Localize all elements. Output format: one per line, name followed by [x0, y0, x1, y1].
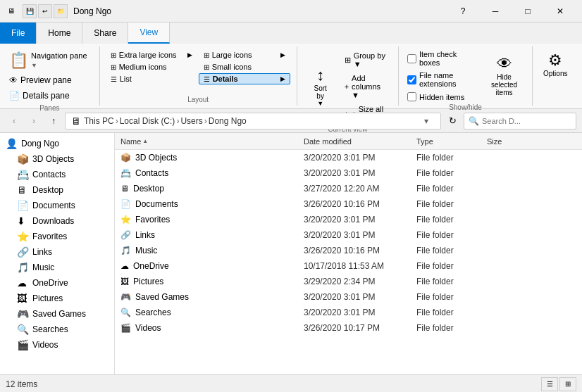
file-name: Pictures — [133, 277, 163, 286]
layout-list[interactable]: ☰ List — [106, 73, 197, 84]
layout-medium[interactable]: ⊞ Medium icons — [106, 61, 197, 72]
details-label: Details — [213, 75, 238, 83]
file-name: Favorites — [135, 215, 170, 225]
file-date: 10/17/2018 11:53 AM — [304, 261, 416, 271]
table-row[interactable]: 🖼 Pictures 3/29/2020 2:34 PM File folder — [115, 274, 582, 289]
sidebar-item-desktop[interactable]: 🖥 Desktop — [0, 182, 114, 198]
qa-btn-2[interactable]: ↩ — [38, 4, 52, 18]
add-col-icon: + — [345, 82, 349, 91]
search-bar[interactable]: 🔍 — [464, 113, 576, 129]
col-header-type[interactable]: Type — [416, 137, 487, 146]
table-row[interactable]: ⭐ Favorites 3/20/2020 3:01 PM File folde… — [115, 212, 582, 227]
refresh-button[interactable]: ↻ — [444, 113, 461, 129]
help-button[interactable]: ? — [447, 0, 479, 23]
close-button[interactable]: ✕ — [544, 0, 576, 23]
navigation-pane-button[interactable]: 📋 Navigation pane ▼ — [6, 49, 91, 72]
up-button[interactable]: ↑ — [45, 113, 62, 129]
options-button[interactable]: ⚙ Options — [538, 49, 572, 80]
hidden-items-checkbox[interactable] — [407, 92, 416, 101]
file-name-extensions-option[interactable]: File name extensions — [404, 70, 478, 89]
show-hide-group: Item check boxes File name extensions Hi… — [399, 46, 533, 106]
options-label: Options — [543, 70, 567, 77]
sidebar-item-downloads[interactable]: ⬇ Downloads — [0, 213, 114, 229]
table-row[interactable]: 🎮 Saved Games 3/20/2020 3:01 PM File fol… — [115, 289, 582, 305]
breadcrumb-dong-ngo[interactable]: Dong Ngo — [209, 116, 247, 126]
details-dropdown: ▶ — [280, 75, 285, 82]
hide-selected-button[interactable]: 👁 Hide selecteditems — [482, 53, 526, 99]
item-checkboxes-option[interactable]: Item check boxes — [404, 49, 478, 68]
file-date: 3/20/2020 3:01 PM — [304, 215, 416, 225]
saved-games-icon: 🎮 — [17, 308, 28, 320]
pictures-icon: 🖼 — [17, 293, 28, 304]
table-row[interactable]: 📦 3D Objects 3/20/2020 3:01 PM File fold… — [115, 150, 582, 165]
contacts-icon: 📇 — [17, 169, 28, 180]
col-header-size[interactable]: Size — [487, 137, 543, 146]
tab-home[interactable]: Home — [37, 23, 82, 44]
search-input[interactable] — [482, 117, 579, 125]
layout-large[interactable]: ⊞ Large icons ▶ — [199, 49, 290, 61]
layout-small[interactable]: ⊞ Small icons — [199, 61, 290, 72]
table-row[interactable]: 🔍 Searches 3/20/2020 3:01 PM File folder — [115, 305, 582, 320]
item-checkboxes-checkbox[interactable] — [407, 54, 416, 63]
minimize-button[interactable]: ─ — [479, 0, 512, 23]
breadcrumb-users[interactable]: Users — [180, 116, 202, 126]
sidebar-item-links[interactable]: 🔗 Links — [0, 244, 114, 260]
sidebar-item-3d-objects[interactable]: 📦 3D Objects — [0, 151, 114, 167]
qa-btn-1[interactable]: 💾 — [23, 4, 37, 18]
sidebar-item-music[interactable]: 🎵 Music — [0, 260, 114, 275]
details-view-button[interactable]: ☰ — [541, 377, 558, 391]
table-row[interactable]: 🔗 Links 3/20/2020 3:01 PM File folder — [115, 227, 582, 243]
file-type: File folder — [416, 215, 487, 225]
back-button[interactable]: ‹ — [6, 113, 23, 129]
current-view-group: ↕ Sortby ▼ ⊞ Group by ▼ + Add columns ▼ … — [297, 46, 399, 106]
table-row[interactable]: 🖥 Desktop 3/27/2020 12:20 AM File folder — [115, 181, 582, 196]
tab-file[interactable]: File — [0, 23, 37, 44]
sidebar-item-searches[interactable]: 🔍 Searches — [0, 322, 114, 337]
file-name: Contacts — [135, 168, 168, 178]
table-row[interactable]: 📄 Documents 3/26/2020 10:16 PM File fold… — [115, 196, 582, 212]
sidebar-item-dong-ngo[interactable]: 👤 Dong Ngo — [0, 136, 114, 151]
table-row[interactable]: 🎵 Music 3/26/2020 10:16 PM File folder — [115, 243, 582, 258]
file-name-extensions-checkbox[interactable] — [407, 75, 416, 84]
breadcrumb-local-disk[interactable]: Local Disk (C:) — [120, 116, 175, 126]
sidebar-item-onedrive[interactable]: ☁ OneDrive — [0, 275, 114, 291]
system-icon: 🖥 — [6, 6, 17, 17]
ribbon-tabs: File Home Share View — [0, 23, 582, 44]
sidebar-item-saved-games[interactable]: 🎮 Saved Games — [0, 306, 114, 322]
file-name: OneDrive — [133, 261, 169, 271]
sidebar-item-contacts[interactable]: 📇 Contacts — [0, 167, 114, 182]
tab-view[interactable]: View — [128, 23, 170, 44]
large-icons-view-button[interactable]: ⊞ — [559, 377, 576, 391]
layout-extra-large[interactable]: ⊞ Extra large icons ▶ — [106, 49, 197, 61]
sidebar-item-documents[interactable]: 📄 Documents — [0, 198, 114, 213]
hidden-items-option[interactable]: Hidden items — [404, 91, 478, 102]
col-header-date[interactable]: Date modified — [304, 137, 416, 146]
group-by-button[interactable]: ⊞ Group by ▼ — [341, 49, 392, 70]
layout-details[interactable]: ☰ Details ▶ — [199, 73, 290, 84]
favorites-icon: ⭐ — [17, 231, 28, 242]
forward-button[interactable]: › — [25, 113, 42, 129]
address-bar[interactable]: 🖥 This PC › Local Disk (C:) › Users › Do… — [65, 113, 441, 129]
group-by-icon: ⊞ — [345, 56, 351, 65]
col-header-name[interactable]: Name ▲ — [120, 137, 304, 146]
file-type: File folder — [416, 153, 487, 163]
sidebar-item-videos[interactable]: 🎬 Videos — [0, 337, 114, 353]
breadcrumb-this-pc[interactable]: This PC — [84, 116, 114, 126]
table-row[interactable]: 🎬 Videos 3/26/2020 10:17 PM File folder — [115, 320, 582, 336]
table-row[interactable]: ☁ OneDrive 10/17/2018 11:53 AM File fold… — [115, 258, 582, 274]
file-name: Desktop — [133, 184, 164, 194]
file-icon: 🎵 — [120, 246, 131, 255]
extra-large-label: Extra large icons — [119, 51, 177, 59]
sidebar-item-favorites[interactable]: ⭐ Favorites — [0, 229, 114, 244]
add-columns-button[interactable]: + Add columns ▼ — [341, 72, 392, 101]
maximize-button[interactable]: □ — [512, 0, 544, 23]
file-icon: ☁ — [120, 261, 129, 271]
address-dropdown-arrow[interactable]: ▾ — [418, 116, 435, 126]
table-row[interactable]: 📇 Contacts 3/20/2020 3:01 PM File folder — [115, 165, 582, 181]
sort-by-button[interactable]: ↕ Sortby ▼ — [303, 64, 338, 109]
file-date: 3/20/2020 3:01 PM — [304, 308, 416, 317]
sidebar-saved-games-label: Saved Games — [32, 309, 86, 319]
tab-share[interactable]: Share — [82, 23, 128, 44]
file-type: File folder — [416, 261, 487, 271]
sidebar-item-pictures[interactable]: 🖼 Pictures — [0, 291, 114, 306]
